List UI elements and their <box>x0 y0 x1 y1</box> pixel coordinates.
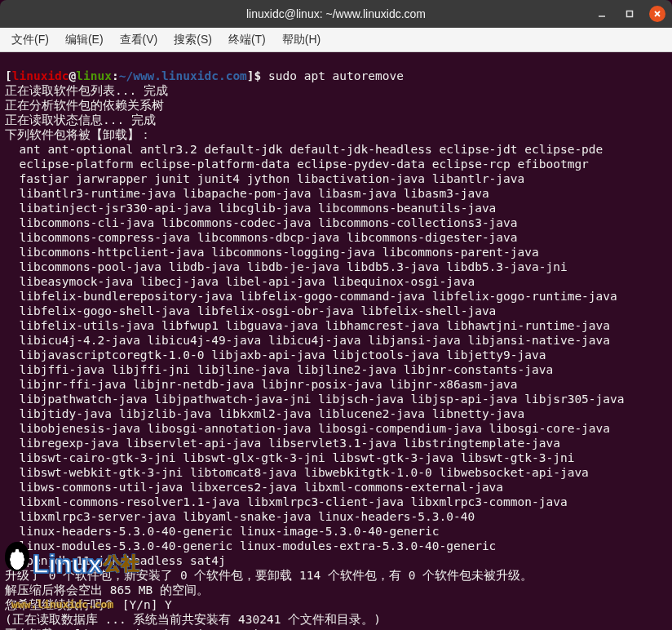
output-line: libswt-cairo-gtk-3-jni libswt-glx-gtk-3-… <box>5 451 574 464</box>
output-line: 解压缩后将会空出 865 MB 的空间。 <box>5 583 209 597</box>
prompt-path: ~/www.linuxidc.com <box>119 69 247 82</box>
output-line: eclipse-platform eclipse-platform-data e… <box>5 158 589 171</box>
output-line: 正在读取状态信息... 完成 <box>5 113 206 126</box>
prompt-host: linux <box>76 69 112 82</box>
output-line: libeasymock-java libecj-java libel-api-j… <box>5 275 475 288</box>
menu-edit[interactable]: 编辑(E) <box>57 29 112 51</box>
output-line: libatinject-jsr330-api-java libcglib-jav… <box>5 202 496 215</box>
output-line: libantlr3-runtime-java libapache-pom-jav… <box>5 187 489 200</box>
output-line: libxml-commons-resolver1.1-java libxmlrp… <box>5 495 568 508</box>
menu-help[interactable]: 帮助(H) <box>274 29 329 51</box>
output-line: libcommons-compress-java libcommons-dbcp… <box>5 231 518 244</box>
output-line: fastjar jarwrapper junit junit4 jython l… <box>5 172 524 185</box>
prompt-dollar: $ <box>254 69 262 82</box>
output-line: libcommons-httpclient-java libcommons-lo… <box>5 246 539 259</box>
output-line: linux-headers-5.3.0-40-generic linux-ima… <box>5 525 440 538</box>
output-line: (正在读取数据库 ... 系统当前共安装有 430241 个文件和目录。) <box>5 613 381 626</box>
svg-rect-1 <box>627 11 633 17</box>
terminal-output[interactable]: [linuxidc@linux:~/www.linuxidc.com]$ sud… <box>0 52 672 630</box>
entered-command: sudo apt autoremove <box>261 69 404 82</box>
prompt-user: linuxidc <box>12 69 69 82</box>
maximize-button[interactable] <box>621 6 638 22</box>
prompt-open-bracket: [ <box>5 69 12 82</box>
menu-view[interactable]: 查看(V) <box>112 29 166 51</box>
output-line: libjavascriptcoregtk-1.0-0 libjaxb-api-j… <box>5 348 546 362</box>
output-line: libswt-webkit-gtk-3-jni libtomcat8-java … <box>5 466 589 479</box>
output-line: libregexp-java libservlet-api-java libse… <box>5 437 560 450</box>
close-button[interactable] <box>649 6 665 22</box>
menu-search[interactable]: 搜索(S) <box>166 29 220 51</box>
output-line: libxmlrpc3-server-java libyaml-snake-jav… <box>5 510 475 523</box>
window-title: linuxidc@linux: ~/www.linuxidc.com <box>246 7 426 20</box>
output-line: 正在读取软件包列表... 完成 <box>5 84 168 97</box>
output-line: libicu4j-4.2-java libicu4j-49-java libic… <box>5 334 610 347</box>
window-controls <box>594 0 665 28</box>
output-line: libcommons-cli-java libcommons-codec-jav… <box>5 216 518 229</box>
output-line: openjdk-11-jdk-headless sat4j <box>5 554 226 567</box>
prompt-colon: : <box>112 69 119 82</box>
minimize-button[interactable] <box>594 6 610 22</box>
output-line: 下列软件包将被【卸载】： <box>5 128 152 141</box>
output-line: 您希望继续执行吗？ [Y/n] Y <box>5 598 172 611</box>
output-line: libobjenesis-java libosgi-annotation-jav… <box>5 422 610 435</box>
output-line: 升级了 0 个软件包，新安装了 0 个软件包，要卸载 114 个软件包，有 0 … <box>5 569 533 582</box>
output-line: libjnr-ffi-java libjnr-netdb-java libjnr… <box>5 378 518 391</box>
output-line: linux-modules-5.3.0-40-generic linux-mod… <box>5 539 496 552</box>
menu-file[interactable]: 文件(F) <box>3 29 57 51</box>
output-line: 正在分析软件包的依赖关系树 <box>5 99 214 112</box>
output-line: libfelix-utils-java libfwup1 libguava-ja… <box>5 319 610 332</box>
output-line: libfelix-gogo-shell-java libfelix-osgi-o… <box>5 304 496 317</box>
menu-bar: 文件(F) 编辑(E) 查看(V) 搜索(S) 终端(T) 帮助(H) <box>0 28 672 52</box>
output-line: libjpathwatch-java libjpathwatch-java-jn… <box>5 393 625 406</box>
output-line: ant ant-optional antlr3.2 default-jdk de… <box>5 143 603 156</box>
window-titlebar: linuxidc@linux: ~/www.linuxidc.com <box>0 0 672 28</box>
output-line: libfelix-bundlerepository-java libfelix-… <box>5 290 617 303</box>
output-line: libws-commons-util-java libxerces2-java … <box>5 481 503 494</box>
output-line: libjtidy-java libjzlib-java libkxml2-jav… <box>5 407 524 420</box>
prompt-close-bracket: ] <box>247 69 254 82</box>
menu-terminal[interactable]: 终端(T) <box>220 29 274 51</box>
output-line: libjffi-java libjffi-jni libjline-java l… <box>5 363 553 376</box>
output-line: libcommons-pool-java libdb-java libdb-je… <box>5 260 568 273</box>
prompt-at: @ <box>69 69 77 82</box>
